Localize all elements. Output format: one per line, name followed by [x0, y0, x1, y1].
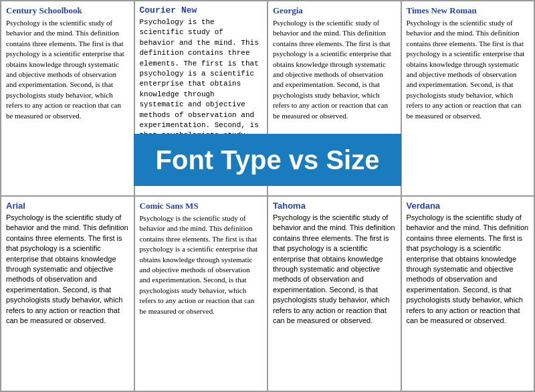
title-tahoma: Tahoma	[273, 201, 396, 211]
body-comic: Psychology is the scientific study of be…	[140, 213, 263, 316]
title-comic: Comic Sans MS	[140, 201, 263, 211]
banner-text: Font Type vs Size	[156, 145, 380, 175]
body-century: Psychology is the scientific study of be…	[6, 18, 129, 121]
cell-times: Times New Roman Psychology is the scient…	[401, 1, 535, 196]
title-courier: Courier New	[140, 5, 263, 15]
title-century: Century Schoolbook	[6, 5, 129, 16]
body-tahoma: Psychology is the scientific study of be…	[273, 213, 396, 326]
cell-tahoma: Tahoma Psychology is the scientific stud…	[268, 196, 401, 391]
body-times: Psychology is the scientific study of be…	[407, 18, 530, 121]
body-georgia: Psychology is the scientific study of be…	[273, 18, 396, 121]
title-georgia: Georgia	[273, 5, 396, 16]
page-wrapper: Century Schoolbook Psychology is the sci…	[0, 0, 535, 392]
cell-verdana: Verdana Psychology is the scientific stu…	[401, 196, 535, 391]
cell-century: Century Schoolbook Psychology is the sci…	[1, 1, 134, 196]
title-arial: Arial	[6, 201, 129, 211]
font-grid: Century Schoolbook Psychology is the sci…	[0, 0, 535, 392]
banner-overlay: Font Type vs Size	[134, 134, 401, 186]
title-times: Times New Roman	[407, 5, 530, 16]
body-verdana: Psychology is the scientific study of be…	[407, 213, 530, 326]
title-verdana: Verdana	[407, 201, 530, 211]
cell-comic: Comic Sans MS Psychology is the scientif…	[134, 196, 268, 391]
body-arial: Psychology is the scientific study of be…	[6, 213, 129, 326]
cell-arial: Arial Psychology is the scientific study…	[1, 196, 134, 391]
